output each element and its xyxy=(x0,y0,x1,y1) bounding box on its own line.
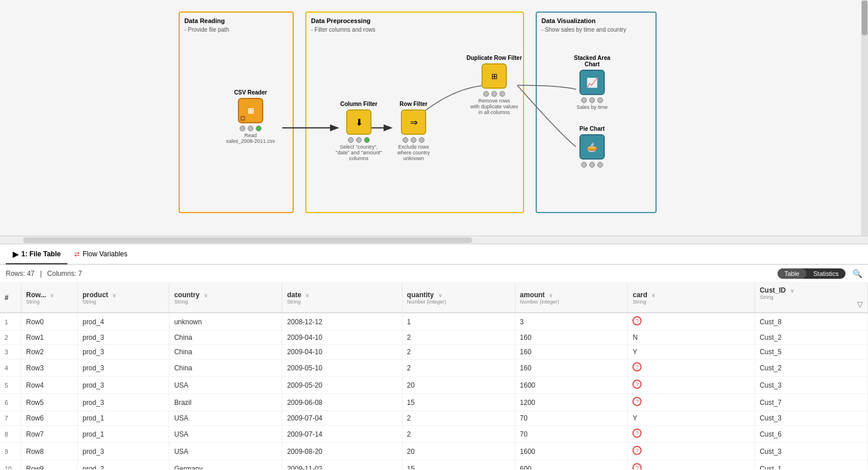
col-date-type: String xyxy=(287,299,397,305)
port-green-1 xyxy=(256,126,261,131)
row-filter-icon[interactable]: ⇒ xyxy=(401,109,426,135)
col-card-type: String xyxy=(632,299,749,305)
cell-rowid: Row1 xyxy=(21,331,78,345)
cell-country: Brazil xyxy=(169,394,282,411)
cell-card xyxy=(628,377,755,394)
col-custid-sort[interactable]: ∨ xyxy=(790,288,794,294)
col-rowid-sort[interactable]: ∨ xyxy=(50,293,54,298)
cell-custid: Cust_3 xyxy=(755,411,867,426)
col-filter-icon[interactable]: ▽ xyxy=(857,300,863,309)
cell-custid: Cust_7 xyxy=(755,394,867,411)
node-stacked-area[interactable]: Stacked Area Chart 📈 Sales by time xyxy=(569,55,615,110)
port-sa-3 xyxy=(597,97,603,103)
col-product-sort[interactable]: ∨ xyxy=(112,293,116,298)
cell-num: 3 xyxy=(0,345,21,359)
stacked-area-sublabel: Sales by time xyxy=(577,104,608,110)
node-row-filter[interactable]: Row Filter ⇒ Exclude rowswhere countryun… xyxy=(391,101,437,161)
port-dup-3 xyxy=(499,91,505,97)
missing-value xyxy=(632,429,642,438)
col-header-card: card ∨ String xyxy=(628,283,755,313)
pie-chart-ports xyxy=(581,162,603,168)
horizontal-scrollbar[interactable] xyxy=(0,236,868,244)
col-header-num: # xyxy=(0,283,21,313)
cell-country: USA xyxy=(169,443,282,460)
cell-product: prod_1 xyxy=(78,411,169,426)
port-cf-3 xyxy=(364,137,370,143)
cell-num: 9 xyxy=(0,443,21,460)
col-card-label: card xyxy=(632,291,647,299)
port-rf-1 xyxy=(403,137,408,143)
table-row: 3 Row2 prod_3 China 2009-04-10 2 160 Y C… xyxy=(0,345,868,359)
dup-filter-icon[interactable]: ⊞ xyxy=(482,63,507,89)
cell-card xyxy=(628,394,755,411)
scroll-track[interactable] xyxy=(23,237,472,243)
port-sa-1 xyxy=(581,97,587,103)
row-filter-title: Row Filter xyxy=(400,101,427,107)
node-csv-reader[interactable]: CSV Reader ⊞ + Readsales_2008-2011.csv xyxy=(228,89,274,144)
search-icon[interactable]: 🔍 xyxy=(852,269,862,278)
cell-card xyxy=(628,460,755,470)
toggle-statistics-btn[interactable]: Statistics xyxy=(806,268,846,279)
col-header-custid: Cust_ID ∨ String ▽ xyxy=(755,283,867,313)
cell-num: 4 xyxy=(0,359,21,377)
workflow-area: Data Reading - Provide file path Data Pr… xyxy=(0,0,868,236)
cell-quantity: 15 xyxy=(402,460,515,470)
port-rf-2 xyxy=(411,137,416,143)
cell-quantity: 2 xyxy=(402,411,515,426)
scrollbar-thumb[interactable] xyxy=(862,1,867,35)
col-quantity-type: Number (integer) xyxy=(407,299,510,305)
cell-country: unknown xyxy=(169,313,282,331)
column-filter-sublabel: Select "country","date" and "amount"colu… xyxy=(336,144,382,161)
col-country-sort[interactable]: ∨ xyxy=(204,293,208,298)
cell-product: prod_3 xyxy=(78,359,169,377)
csv-reader-icon[interactable]: ⊞ + xyxy=(238,98,263,123)
node-dup-row-filter[interactable]: Duplicate Row Filter ⊞ Remove rowswith d… xyxy=(471,55,517,115)
port-pc-1 xyxy=(581,162,587,168)
col-card-sort[interactable]: ∨ xyxy=(651,293,655,298)
cell-date: 2009-11-02 xyxy=(282,460,402,470)
csv-reader-sublabel: Readsales_2008-2011.csv xyxy=(226,132,275,144)
cell-product: prod_1 xyxy=(78,426,169,443)
cell-product: prod_3 xyxy=(78,443,169,460)
column-filter-icon[interactable]: ⬇ xyxy=(346,109,372,135)
cell-rowid: Row7 xyxy=(21,426,78,443)
col-date-sort[interactable]: ∨ xyxy=(305,293,309,298)
table-row: 1 Row0 prod_4 unknown 2008-12-12 1 3 Cus… xyxy=(0,313,868,331)
row-filter-sublabel: Exclude rowswhere countryunknown xyxy=(397,144,430,161)
cell-num: 8 xyxy=(0,426,21,443)
stacked-area-icon[interactable]: 📈 xyxy=(579,70,605,95)
cell-quantity: 2 xyxy=(402,345,515,359)
toggle-table-btn[interactable]: Table xyxy=(778,268,806,279)
col-quantity-sort[interactable]: ∨ xyxy=(438,293,442,298)
node-pie-chart[interactable]: Pie Chart 🥧 xyxy=(569,126,615,168)
section-visualization-title: Data Visualization xyxy=(541,17,651,24)
table-row: 6 Row5 prod_3 Brazil 2009-06-08 15 1200 … xyxy=(0,394,868,411)
node-column-filter[interactable]: Column Filter ⬇ Select "country","date" … xyxy=(336,101,382,161)
workflow-scrollbar[interactable] xyxy=(861,0,868,236)
missing-value xyxy=(632,380,642,389)
pie-chart-icon[interactable]: 🥧 xyxy=(579,134,605,160)
cell-num: 1 xyxy=(0,313,21,331)
cell-date: 2009-04-10 xyxy=(282,345,402,359)
col-header-amount: amount ∨ Number (integer) xyxy=(515,283,628,313)
tab-file-table-label: 1: File Table xyxy=(21,250,60,258)
dup-filter-sublabel: Remove rowswith duplicate valuesin all c… xyxy=(470,98,518,115)
table-row: 4 Row3 prod_3 China 2009-05-10 2 160 Cus… xyxy=(0,359,868,377)
tab-flow-variables[interactable]: ⇄ Flow Variables xyxy=(67,245,134,264)
section-visualization-desc: - Show sales by time and country xyxy=(541,26,651,33)
dup-filter-title: Duplicate Row Filter xyxy=(465,55,523,61)
cell-card: Y xyxy=(628,411,755,426)
section-reading-desc: - Provide file path xyxy=(184,26,288,33)
cell-country: China xyxy=(169,345,282,359)
cell-date: 2009-07-14 xyxy=(282,426,402,443)
table-row: 10 Row9 prod_2 Germany 2009-11-02 15 600… xyxy=(0,460,868,470)
port-dup-2 xyxy=(491,91,497,97)
port-pc-2 xyxy=(589,162,595,168)
col-amount-sort[interactable]: ∨ xyxy=(549,293,553,298)
play-icon: ▶ xyxy=(13,250,18,259)
section-preprocessing-title: Data Preprocessing xyxy=(311,17,518,24)
tab-file-table[interactable]: ▶ 1: File Table xyxy=(6,245,67,264)
tab-area: ▶ 1: File Table ⇄ Flow Variables xyxy=(0,244,868,265)
col-custid-label: Cust_ID xyxy=(760,286,786,294)
missing-value xyxy=(632,397,642,406)
